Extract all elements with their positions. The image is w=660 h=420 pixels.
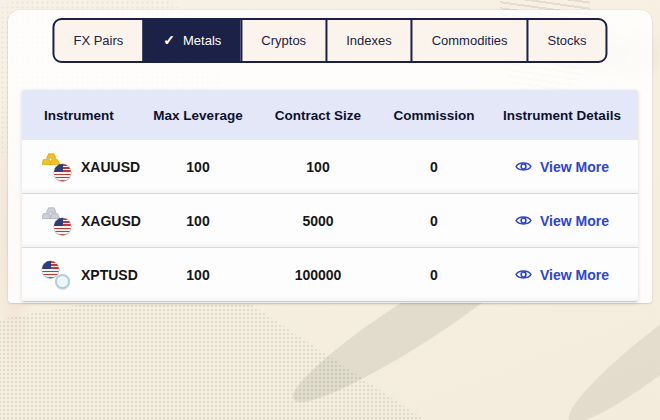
contract-size-value: 100000 <box>254 267 382 283</box>
gold-bars-us-flag-icon <box>42 153 71 181</box>
tab-label: Commodities <box>432 20 508 61</box>
tab-label: FX Pairs <box>73 20 123 61</box>
tab-label: Cryptos <box>261 20 306 61</box>
commission-value: 0 <box>382 213 486 229</box>
contract-size-value: 5000 <box>254 213 382 229</box>
table-row-xagusd: XAGUSD 100 5000 0 View More <box>22 194 638 248</box>
instrument-cell: XAGUSD <box>22 207 142 235</box>
us-flag-icon <box>54 218 71 235</box>
view-more-link[interactable]: View More <box>486 212 638 229</box>
header-max-leverage: Max Leverage <box>142 108 254 123</box>
view-more-link[interactable]: View More <box>486 158 638 175</box>
instruments-card: FX Pairs ✓ Metals Cryptos Indexes Commod… <box>8 10 652 303</box>
us-flag-icon <box>42 261 59 278</box>
table-row-xauusd: XAUUSD 100 100 0 View More <box>22 140 638 194</box>
header-commission: Commission <box>382 108 486 123</box>
us-flag-platinum-icon <box>42 261 71 289</box>
contract-size-value: 100 <box>254 159 382 175</box>
details-cell: View More <box>486 266 638 283</box>
commission-value: 0 <box>382 267 486 283</box>
tab-label: Indexes <box>346 20 392 61</box>
view-more-label: View More <box>540 159 609 175</box>
check-icon: ✓ <box>163 20 175 61</box>
instrument-name: XAGUSD <box>81 213 141 229</box>
max-leverage-value: 100 <box>142 159 254 175</box>
header-contract-size: Contract Size <box>254 108 382 123</box>
details-cell: View More <box>486 212 638 229</box>
table-header-row: Instrument Max Leverage Contract Size Co… <box>22 90 638 140</box>
category-tabbar: FX Pairs ✓ Metals Cryptos Indexes Commod… <box>52 18 607 63</box>
tab-commodities[interactable]: Commodities <box>411 20 527 61</box>
max-leverage-value: 100 <box>142 213 254 229</box>
tab-cryptos[interactable]: Cryptos <box>240 20 325 61</box>
tab-metals[interactable]: ✓ Metals <box>142 20 240 61</box>
view-more-label: View More <box>540 267 609 283</box>
tab-indexes[interactable]: Indexes <box>325 20 411 61</box>
instrument-cell: XPTUSD <box>22 261 142 289</box>
instrument-name: XAUUSD <box>81 159 140 175</box>
details-cell: View More <box>486 158 638 175</box>
view-more-link[interactable]: View More <box>486 266 638 283</box>
tab-fx-pairs[interactable]: FX Pairs <box>54 20 142 61</box>
header-instrument: Instrument <box>22 108 142 123</box>
instrument-name: XPTUSD <box>81 267 138 283</box>
max-leverage-value: 100 <box>142 267 254 283</box>
eye-icon <box>515 212 532 229</box>
tab-label: Stocks <box>548 20 587 61</box>
commission-value: 0 <box>382 159 486 175</box>
header-instrument-details: Instrument Details <box>486 108 638 123</box>
tab-stocks[interactable]: Stocks <box>527 20 606 61</box>
table-row-xptusd: XPTUSD 100 100000 0 View More <box>22 248 638 302</box>
instruments-table: Instrument Max Leverage Contract Size Co… <box>22 90 638 302</box>
tab-label: Metals <box>183 20 221 61</box>
page: FX Pairs ✓ Metals Cryptos Indexes Commod… <box>0 0 660 420</box>
us-flag-icon <box>54 164 71 181</box>
platinum-icon <box>55 274 70 289</box>
silver-bars-us-flag-icon <box>42 207 71 235</box>
eye-icon <box>515 158 532 175</box>
eye-icon <box>515 266 532 283</box>
view-more-label: View More <box>540 213 609 229</box>
instrument-cell: XAUUSD <box>22 153 142 181</box>
